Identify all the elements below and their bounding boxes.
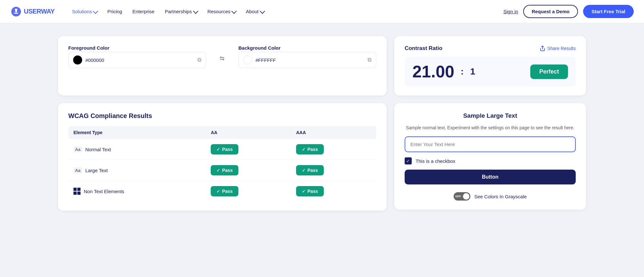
table-row: Aa Normal Text ✓ Pass ✓ xyxy=(68,139,376,160)
element-type-text: Non Text Elements xyxy=(84,189,124,194)
background-label: Background Color xyxy=(238,45,376,51)
aaa-result: ✓ Pass xyxy=(291,160,376,181)
swap-button[interactable]: ⇆ xyxy=(216,55,228,62)
userway-logo-icon xyxy=(10,6,22,17)
foreground-label: Foreground Color xyxy=(68,45,206,51)
grayscale-row: OFF See Colors In Grayscale xyxy=(454,192,527,201)
nav-links: Solutions Pricing Enterprise Partnership… xyxy=(67,6,503,17)
element-type-cell: Aa Normal Text xyxy=(68,139,206,160)
share-icon xyxy=(540,45,545,51)
background-swatch xyxy=(243,55,252,64)
background-input-box[interactable]: ⧉ xyxy=(238,52,376,68)
wcag-title: WCAG Compliance Results xyxy=(68,112,376,120)
wcag-card: WCAG Compliance Results Element Type AA … xyxy=(58,103,387,211)
nav-solutions[interactable]: Solutions xyxy=(67,6,101,17)
aaa-pass-badge: ✓ Pass xyxy=(296,186,324,196)
contrast-title: Contrast Ratio xyxy=(405,45,442,52)
foreground-swatch xyxy=(73,55,82,64)
element-type-text: Normal Text xyxy=(85,147,111,152)
navbar: USERWAY Solutions Pricing Enterprise Par… xyxy=(0,0,644,23)
sample-button[interactable]: Button xyxy=(405,170,576,184)
top-row: Foreground Color ⧉ ⇆ Background Color xyxy=(58,36,586,95)
sample-checkbox[interactable]: ✓ xyxy=(405,157,412,164)
swap-icon[interactable]: ⇆ xyxy=(216,55,228,62)
contrast-card: Contrast Ratio Share Results 21.00 : 1 P… xyxy=(394,36,586,95)
logo[interactable]: USERWAY xyxy=(10,6,54,17)
col-element-type: Element Type xyxy=(68,126,206,139)
aa-pass-badge: ✓ Pass xyxy=(211,186,238,196)
grid-icon xyxy=(73,188,81,195)
aaa-result: ✓ Pass xyxy=(291,139,376,160)
chevron-down-icon xyxy=(93,8,98,14)
element-type-text: Large Text xyxy=(85,168,108,173)
check-icon: ✓ xyxy=(216,147,220,152)
toggle-off-label: OFF xyxy=(455,195,461,198)
chevron-down-icon xyxy=(231,8,237,14)
sign-in-link[interactable]: Sign in xyxy=(504,9,518,14)
chevron-down-icon xyxy=(193,8,198,14)
wcag-table: Element Type AA AAA Aa Normal Text xyxy=(68,126,376,202)
contrast-one: 1 xyxy=(470,66,475,77)
sample-text-card: Sample Large Text Sample normal text. Ex… xyxy=(394,103,586,210)
aa-result: ✓ Pass xyxy=(206,160,291,181)
foreground-group: Foreground Color ⧉ xyxy=(68,45,206,68)
text-prefix: Aa xyxy=(73,167,82,173)
background-group: Background Color ⧉ xyxy=(238,45,376,68)
sample-title: Sample Large Text xyxy=(463,112,517,119)
aaa-result: ✓ Pass xyxy=(291,181,376,202)
perfect-badge: Perfect xyxy=(530,64,568,79)
check-icon: ✓ xyxy=(216,168,220,173)
contrast-header: Contrast Ratio Share Results xyxy=(405,45,576,52)
request-demo-button[interactable]: Request a Demo xyxy=(523,5,578,18)
foreground-hex-input[interactable] xyxy=(85,57,194,63)
sample-checkbox-row: ✓ This is a checkbox xyxy=(405,157,455,164)
aa-pass-badge: ✓ Pass xyxy=(211,144,238,154)
chevron-down-icon xyxy=(259,8,265,14)
element-type-cell: Non Text Elements xyxy=(68,181,206,202)
color-picker-card: Foreground Color ⧉ ⇆ Background Color xyxy=(58,36,387,95)
aa-pass-badge: ✓ Pass xyxy=(211,165,238,175)
aa-result: ✓ Pass xyxy=(206,181,291,202)
check-icon: ✓ xyxy=(302,189,305,194)
nav-pricing[interactable]: Pricing xyxy=(103,6,127,17)
nav-enterprise[interactable]: Enterprise xyxy=(128,6,159,17)
col-aaa: AAA xyxy=(291,126,376,139)
checkbox-label: This is a checkbox xyxy=(416,158,455,164)
check-icon: ✓ xyxy=(216,189,220,194)
main-content: Foreground Color ⧉ ⇆ Background Color xyxy=(0,23,644,223)
nav-about[interactable]: About xyxy=(241,6,268,17)
copy-foreground-icon[interactable]: ⧉ xyxy=(197,57,201,63)
aa-result: ✓ Pass xyxy=(206,139,291,160)
contrast-value-box: 21.00 : 1 Perfect xyxy=(405,57,576,86)
grayscale-toggle[interactable]: OFF xyxy=(454,192,470,201)
nav-partnerships[interactable]: Partnerships xyxy=(160,6,201,17)
check-icon: ✓ xyxy=(302,147,305,152)
sample-description: Sample normal text. Experiment with the … xyxy=(406,124,574,131)
contrast-number: 21.00 xyxy=(412,63,454,80)
bottom-row: WCAG Compliance Results Element Type AA … xyxy=(58,103,586,211)
foreground-input-box[interactable]: ⧉ xyxy=(68,52,206,68)
element-type-cell: Aa Large Text xyxy=(68,160,206,181)
background-hex-input[interactable] xyxy=(255,57,364,63)
toggle-knob xyxy=(463,193,469,200)
share-results-link[interactable]: Share Results xyxy=(540,45,576,51)
nav-resources[interactable]: Resources xyxy=(203,6,240,17)
logo-text: USERWAY xyxy=(24,8,54,15)
aaa-pass-badge: ✓ Pass xyxy=(296,165,324,175)
contrast-colon: : xyxy=(461,66,464,77)
col-aa: AA xyxy=(206,126,291,139)
table-row: Non Text Elements ✓ Pass ✓ xyxy=(68,181,376,202)
nav-actions: Sign in Request a Demo Start Free Trial xyxy=(504,5,634,18)
check-icon: ✓ xyxy=(302,168,305,173)
text-prefix: Aa xyxy=(73,146,82,153)
start-trial-button[interactable]: Start Free Trial xyxy=(583,5,634,18)
sample-text-input[interactable] xyxy=(405,136,576,152)
table-row: Aa Large Text ✓ Pass ✓ xyxy=(68,160,376,181)
copy-background-icon[interactable]: ⧉ xyxy=(368,57,371,63)
aaa-pass-badge: ✓ Pass xyxy=(296,144,324,154)
grayscale-label: See Colors In Grayscale xyxy=(474,194,527,199)
